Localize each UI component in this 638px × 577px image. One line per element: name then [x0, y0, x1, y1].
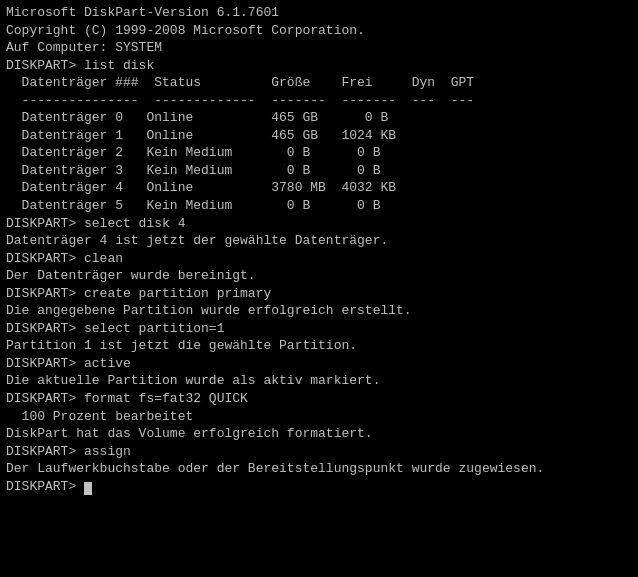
terminal-line-38: 100 Prozent bearbeitet [6, 408, 632, 426]
terminal-line-14: Datenträger 5 Kein Medium 0 B 0 B [6, 197, 632, 215]
terminal-line-3: Auf Computer: SYSTEM [6, 39, 632, 57]
terminal-line-46: DISKPART> [6, 478, 632, 496]
terminal-line-2: Copyright (C) 1999-2008 Microsoft Corpor… [6, 22, 632, 40]
terminal-line-26: Die angegebene Partition wurde erfolgrei… [6, 302, 632, 320]
terminal-line-12: Datenträger 3 Kein Medium 0 B 0 B [6, 162, 632, 180]
terminal-line-5: DISKPART> list disk [6, 57, 632, 75]
terminal-line-11: Datenträger 2 Kein Medium 0 B 0 B [6, 144, 632, 162]
terminal-line-32: DISKPART> active [6, 355, 632, 373]
terminal-line-16: DISKPART> select disk 4 [6, 215, 632, 233]
terminal-line-42: DISKPART> assign [6, 443, 632, 461]
terminal-line-22: Der Datenträger wurde bereinigt. [6, 267, 632, 285]
terminal-cursor [84, 482, 92, 495]
terminal-line-36: DISKPART> format fs=fat32 QUICK [6, 390, 632, 408]
terminal-line-13: Datenträger 4 Online 3780 MB 4032 KB [6, 179, 632, 197]
terminal-line-34: Die aktuelle Partition wurde als aktiv m… [6, 372, 632, 390]
terminal-line-9: Datenträger 0 Online 465 GB 0 B [6, 109, 632, 127]
terminal-line-24: DISKPART> create partition primary [6, 285, 632, 303]
terminal-line-18: Datenträger 4 ist jetzt der gewählte Dat… [6, 232, 632, 250]
terminal-line-30: Partition 1 ist jetzt die gewählte Parti… [6, 337, 632, 355]
terminal-line-20: DISKPART> clean [6, 250, 632, 268]
terminal-line-44: Der Laufwerkbuchstabe oder der Bereitste… [6, 460, 632, 478]
terminal-line-40: DiskPart hat das Volume erfolgreich form… [6, 425, 632, 443]
terminal-line-1: Microsoft DiskPart-Version 6.1.7601 [6, 4, 632, 22]
terminal-line-10: Datenträger 1 Online 465 GB 1024 KB [6, 127, 632, 145]
terminal-window[interactable]: Microsoft DiskPart-Version 6.1.7601Copyr… [0, 0, 638, 577]
terminal-line-8: --------------- ------------- ------- --… [6, 92, 632, 110]
terminal-line-28: DISKPART> select partition=1 [6, 320, 632, 338]
terminal-line-7: Datenträger ### Status Größe Frei Dyn GP… [6, 74, 632, 92]
